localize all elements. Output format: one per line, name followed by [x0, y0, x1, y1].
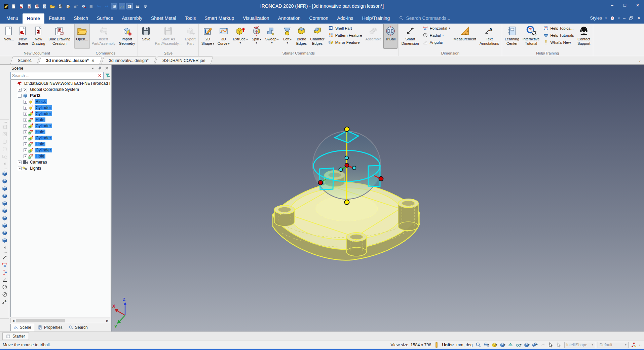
- triball-left-point-handle[interactable]: [339, 168, 343, 172]
- document-tab-3d-innovativ-lesson[interactable]: 3d innovativ...lesson*✕: [39, 57, 103, 64]
- menu-tab-menu[interactable]: Menu: [2, 12, 23, 24]
- doc-settings-button[interactable]: [41, 3, 48, 9]
- panel-tab-properties[interactable]: Properties: [35, 324, 65, 331]
- styles-menu[interactable]: Styles: [590, 15, 602, 21]
- document-tab-ss-drain-cover-joe[interactable]: SS-DRAIN COVER joe: [155, 57, 213, 64]
- expand-icon[interactable]: +: [24, 148, 27, 152]
- triball-left-axis-handle[interactable]: [318, 181, 323, 185]
- what-s-new-button[interactable]: What's New: [541, 39, 576, 46]
- expand-icon[interactable]: +: [24, 106, 27, 110]
- cube-blue-tool[interactable]: [1, 237, 8, 244]
- triball-left-plane-handle[interactable]: [319, 168, 334, 190]
- text-annotations-button[interactable]: ATextAnnotations: [478, 24, 501, 49]
- clear-search-icon[interactable]: [98, 73, 102, 78]
- cursor-status-button[interactable]: [548, 342, 554, 348]
- bulk-drawing-creation-button[interactable]: Bulk DrawingCreation: [47, 24, 72, 49]
- triball-button[interactable]: TriBall: [383, 24, 397, 49]
- units-value[interactable]: mm, deg: [456, 343, 473, 347]
- triball-right-point-handle[interactable]: [352, 166, 356, 170]
- tab-close-icon[interactable]: ✕: [91, 59, 94, 63]
- triball-right-axis-handle[interactable]: [379, 177, 383, 181]
- menu-tab-tools[interactable]: Tools: [181, 12, 200, 24]
- menu-tab-assembly[interactable]: Assembly: [117, 12, 147, 24]
- page-drawing-button[interactable]: [26, 3, 32, 9]
- minimize-button[interactable]: –: [606, 0, 618, 10]
- pattern-feature-button[interactable]: Pattern Feature: [326, 32, 364, 39]
- angular-button[interactable]: Angular: [421, 39, 452, 46]
- menu-tab-smart-markup[interactable]: Smart Markup: [200, 12, 238, 24]
- tree-item-hole[interactable]: +Hole: [11, 141, 110, 147]
- new-scene-button[interactable]: NewScene: [16, 24, 30, 49]
- new-drawing-button[interactable]: NewDrawing: [30, 24, 47, 49]
- close-button[interactable]: ✕: [631, 0, 644, 10]
- cubes-stack-status-button[interactable]: ▾: [532, 342, 538, 348]
- 2d-shape-button[interactable]: 2DShape ▾: [200, 24, 216, 49]
- doc-close-button[interactable]: ✕: [637, 15, 641, 21]
- tree-item-cylinder[interactable]: +Cylinder: [11, 123, 110, 129]
- expand-icon[interactable]: +: [24, 118, 27, 122]
- box-button[interactable]: [88, 3, 94, 9]
- menu-tab-home[interactable]: Home: [23, 13, 44, 24]
- text-annotations-tool[interactable]: A: [1, 298, 8, 305]
- tree-item-global-coordinate-system[interactable]: +Global Coordinate System: [11, 86, 110, 93]
- maximize-button[interactable]: □: [618, 0, 631, 10]
- tree-item-d-data-2019-new-word-tech-net-ironcad-lessor[interactable]: D:\data\2019 NEW\Word\TECH-NET\Ironcad L…: [11, 80, 110, 86]
- page-scene-button[interactable]: [18, 3, 25, 9]
- help-tutorials-button[interactable]: Help Tutorials: [541, 32, 576, 39]
- triball-center-handle[interactable]: [345, 163, 349, 167]
- doc-minimize-button[interactable]: –: [623, 15, 626, 21]
- scroll-left-icon[interactable]: ◀: [11, 319, 16, 322]
- tree-horizontal-scrollbar[interactable]: ◀ ▶: [10, 318, 110, 323]
- collapse-icon[interactable]: -: [18, 94, 22, 98]
- tree-item-hole[interactable]: +Hole: [11, 153, 110, 159]
- panel-tab-search[interactable]: Search: [66, 324, 90, 331]
- mirror-feature-button[interactable]: Mirror Feature: [326, 39, 364, 46]
- dim-radial-tool[interactable]: [1, 283, 8, 290]
- menu-tab-sketch[interactable]: Sketch: [69, 12, 92, 24]
- expand-icon[interactable]: +: [18, 88, 22, 92]
- sweep-button[interactable]: Sweep ▾▾: [264, 24, 280, 49]
- cube-blue-tool[interactable]: [1, 170, 8, 177]
- loft-button[interactable]: Loft ▾▾: [280, 24, 294, 49]
- expand-icon[interactable]: +: [24, 124, 27, 128]
- help-topics-button[interactable]: ?Help Topics...: [541, 25, 576, 32]
- tree-item-hole[interactable]: +Hole: [11, 117, 110, 123]
- undo-button[interactable]: [96, 3, 102, 9]
- view-sphere-button[interactable]: [111, 3, 117, 9]
- filter-icon[interactable]: [105, 73, 110, 78]
- triball-up-point-handle[interactable]: [345, 156, 349, 160]
- cube-blue-s-status-button[interactable]: ▾: [499, 342, 505, 348]
- doc-restore-button[interactable]: [629, 16, 634, 21]
- help-caret-icon[interactable]: ▾: [618, 16, 620, 20]
- style-dropdown[interactable]: Default▾: [598, 342, 629, 348]
- ironcad-logo-button[interactable]: [3, 3, 9, 9]
- menu-tab-help-training[interactable]: Help/Training: [358, 12, 394, 24]
- tab-list-caret-icon[interactable]: ⌄: [638, 58, 641, 63]
- share-button[interactable]: [72, 3, 79, 9]
- triball-bottom-axis-handle[interactable]: [345, 200, 349, 205]
- open-button[interactable]: Open...: [74, 24, 90, 49]
- expand-icon[interactable]: +: [24, 154, 27, 158]
- magnifier2-status-button[interactable]: ▾: [483, 342, 489, 348]
- tree-item-cylinder[interactable]: +Cylinder: [11, 135, 110, 141]
- cube-blue-s-status-button[interactable]: ▾: [524, 342, 530, 348]
- qat-more-button[interactable]: [142, 3, 148, 9]
- cube-blue-tool[interactable]: [1, 200, 8, 207]
- menu-tab-common[interactable]: Common: [305, 12, 333, 24]
- tree-item-part2[interactable]: -Part2: [11, 93, 110, 99]
- expand-icon[interactable]: +: [18, 161, 22, 164]
- tree-item-block[interactable]: +Block: [11, 99, 110, 105]
- tree-item-lights[interactable]: +Lights: [11, 165, 110, 171]
- smart-dimension-button[interactable]: SmartDimension: [400, 24, 421, 49]
- scroll-thumb[interactable]: [16, 319, 65, 322]
- import-geometry-button[interactable]: ImportGeometry: [117, 24, 137, 49]
- radial-button[interactable]: Radial▾: [421, 32, 452, 39]
- menu-tab-sheet-metal[interactable]: Sheet Metal: [147, 12, 181, 24]
- list-options-button[interactable]: [134, 3, 141, 9]
- import-plus-button[interactable]: [80, 3, 86, 9]
- spin-button[interactable]: Spin ▾▾: [250, 24, 264, 49]
- page-bulk-button[interactable]: [34, 3, 40, 9]
- configuration-icon[interactable]: [631, 342, 637, 348]
- chamfer-edges-button[interactable]: ChamferEdges: [308, 24, 326, 49]
- new-button[interactable]: New...: [2, 24, 16, 49]
